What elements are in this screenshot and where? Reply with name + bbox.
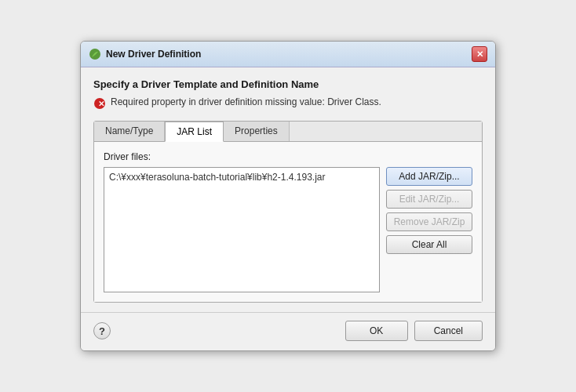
jar-button-group: Add JAR/Zip... Edit JAR/Zip... Remove JA… <box>386 167 472 254</box>
tabs-area: Name/Type JAR List Properties Driver fil… <box>93 121 483 303</box>
footer-left: ? <box>93 322 111 339</box>
title-bar: New Driver Definition ✕ <box>81 42 495 67</box>
svg-text:✕: ✕ <box>98 100 104 108</box>
content-row: C:\¥xxx¥terasoluna-batch-tutorial¥lib¥h2… <box>104 167 472 292</box>
error-row: ✕ Required property in driver definition… <box>93 96 483 110</box>
error-icon: ✕ <box>93 97 106 110</box>
clear-all-button[interactable]: Clear All <box>386 235 472 254</box>
help-button[interactable]: ? <box>93 322 111 339</box>
new-driver-dialog: New Driver Definition ✕ Specify a Driver… <box>80 41 496 351</box>
dialog-body: Specify a Driver Template and Definition… <box>81 67 495 312</box>
tab-name-type[interactable]: Name/Type <box>94 122 165 141</box>
close-button[interactable]: ✕ <box>472 46 487 62</box>
add-jar-button[interactable]: Add JAR/Zip... <box>386 167 472 186</box>
footer-right: OK Cancel <box>345 321 483 341</box>
ok-button[interactable]: OK <box>345 321 408 341</box>
title-bar-left: New Driver Definition <box>89 48 201 60</box>
error-message: Required property in driver definition m… <box>111 96 381 107</box>
tab-jar-list[interactable]: JAR List <box>165 122 224 142</box>
tab-properties[interactable]: Properties <box>224 122 290 141</box>
jar-entry: C:\¥xxx¥terasoluna-batch-tutorial¥lib¥h2… <box>108 171 376 183</box>
remove-jar-button[interactable]: Remove JAR/Zip <box>386 212 472 231</box>
tab-bar: Name/Type JAR List Properties <box>94 122 482 142</box>
dialog-heading: Specify a Driver Template and Definition… <box>93 78 483 90</box>
dialog-footer: ? OK Cancel <box>81 312 495 350</box>
driver-files-label: Driver files: <box>104 151 472 162</box>
tab-jar-list-content: Driver files: C:\¥xxx¥terasoluna-batch-t… <box>94 142 482 302</box>
jar-list-box[interactable]: C:\¥xxx¥terasoluna-batch-tutorial¥lib¥h2… <box>104 167 380 292</box>
cancel-button[interactable]: Cancel <box>414 321 483 341</box>
dialog-title: New Driver Definition <box>106 49 201 60</box>
edit-jar-button[interactable]: Edit JAR/Zip... <box>386 190 472 209</box>
dialog-icon <box>89 48 101 60</box>
